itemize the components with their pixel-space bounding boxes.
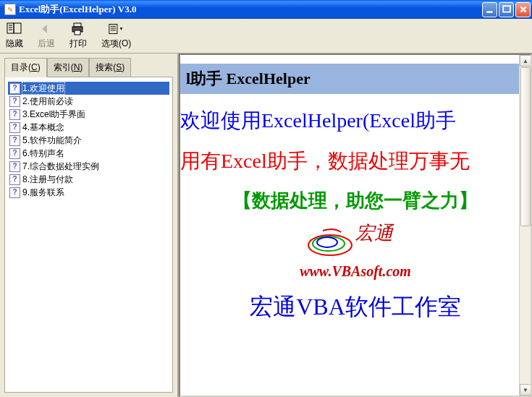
options-button[interactable]: 选项(O) — [101, 22, 131, 50]
tree-item-label: 9.服务联系 — [22, 187, 64, 198]
sidebar: 目录(C) 索引(N) 搜索(S) ?1.欢迎使用?2.使用前必读?3.Exce… — [0, 54, 179, 397]
tree-item[interactable]: ?1.欢迎使用 — [8, 82, 169, 95]
logo-image: 宏通 — [180, 216, 531, 263]
hide-button[interactable]: 隐藏 — [6, 22, 23, 50]
tree-item[interactable]: ?4.基本概念 — [8, 121, 169, 134]
page-icon: ? — [9, 83, 20, 94]
page-icon: ? — [9, 161, 20, 172]
options-icon — [108, 22, 125, 36]
content-pane: l助手 ExcelHelper 欢迎使用ExcelHelper(Excel助手 … — [179, 54, 532, 397]
scroll-down-button[interactable]: ▼ — [520, 384, 531, 396]
tree-item-label: 6.特别声名 — [22, 148, 64, 159]
svg-rect-7 — [109, 25, 117, 34]
page-icon: ? — [9, 109, 20, 120]
tree-item-label: 5.软件功能简介 — [22, 135, 82, 146]
doc-welcome: 欢迎使用ExcelHelper(Excel助手 — [180, 104, 531, 137]
page-icon: ? — [9, 122, 20, 133]
page-icon: ? — [9, 135, 20, 146]
svg-text:宏通: 宏通 — [355, 223, 394, 244]
scroll-thumb[interactable] — [520, 67, 531, 226]
maximize-button[interactable] — [499, 2, 514, 17]
doc-studio: 宏通VBA软件工作室 — [180, 280, 531, 335]
svg-rect-3 — [14, 23, 21, 33]
tree-item[interactable]: ?7.综合数据处理实例 — [8, 160, 169, 173]
scroll-up-button[interactable]: ▲ — [520, 55, 531, 67]
print-icon — [69, 22, 87, 36]
page-icon: ? — [9, 174, 20, 185]
svg-rect-1 — [503, 6, 510, 12]
tree-item-label: 7.综合数据处理实例 — [22, 161, 99, 172]
contents-tree[interactable]: ?1.欢迎使用?2.使用前必读?3.Excel助手界面?4.基本概念?5.软件功… — [4, 77, 173, 393]
toolbar: 隐藏 后退 打印 选项(O) — [0, 19, 532, 54]
tab-contents[interactable]: 目录(C) — [4, 58, 47, 77]
tree-item-label: 1.欢迎使用 — [22, 82, 64, 94]
tree-item[interactable]: ?3.Excel助手界面 — [8, 108, 169, 121]
page-icon: ? — [9, 187, 20, 198]
hide-icon — [6, 22, 23, 36]
sidebar-tabs: 目录(C) 索引(N) 搜索(S) — [0, 54, 177, 77]
tree-item-label: 2.使用前必读 — [22, 95, 73, 107]
tree-item-label: 3.Excel助手界面 — [22, 108, 85, 120]
print-button[interactable]: 打印 — [69, 22, 87, 50]
tree-item[interactable]: ?9.服务联系 — [8, 186, 169, 199]
svg-rect-0 — [486, 11, 492, 12]
page-icon: ? — [9, 96, 20, 107]
tree-item[interactable]: ?6.特别声名 — [8, 147, 169, 160]
tree-item-label: 4.基本概念 — [22, 121, 64, 133]
svg-point-10 — [317, 237, 337, 247]
doc-slogan: 用有Excel助手，数据处理万事无 — [180, 137, 531, 178]
tab-search[interactable]: 搜索(S) — [89, 58, 131, 77]
tree-item[interactable]: ?5.软件功能简介 — [8, 134, 169, 147]
page-icon: ? — [9, 148, 20, 159]
tree-item-label: 8.注册与付款 — [22, 174, 73, 185]
close-button[interactable] — [515, 2, 531, 17]
svg-rect-2 — [7, 23, 14, 33]
tree-item[interactable]: ?8.注册与付款 — [8, 173, 169, 186]
doc-title: l助手 ExcelHelper — [180, 64, 531, 94]
doc-url: www.VBAsoft.com — [180, 263, 531, 280]
doc-tagline: 【数据处理，助您一臂之力】 — [180, 178, 531, 216]
window-title: Excel助手(ExcelHelper) V3.0 — [19, 3, 482, 16]
app-icon: ✎ — [4, 4, 16, 15]
svg-rect-4 — [74, 23, 81, 27]
tab-index[interactable]: 索引(N) — [47, 58, 90, 77]
window-titlebar: ✎ Excel助手(ExcelHelper) V3.0 — [0, 0, 532, 19]
back-button: 后退 — [38, 22, 55, 50]
tree-item[interactable]: ?2.使用前必读 — [8, 95, 169, 108]
svg-rect-6 — [75, 30, 80, 35]
vertical-scrollbar[interactable]: ▲ ▼ — [519, 55, 531, 396]
minimize-button[interactable] — [482, 2, 497, 17]
back-icon — [38, 22, 55, 36]
